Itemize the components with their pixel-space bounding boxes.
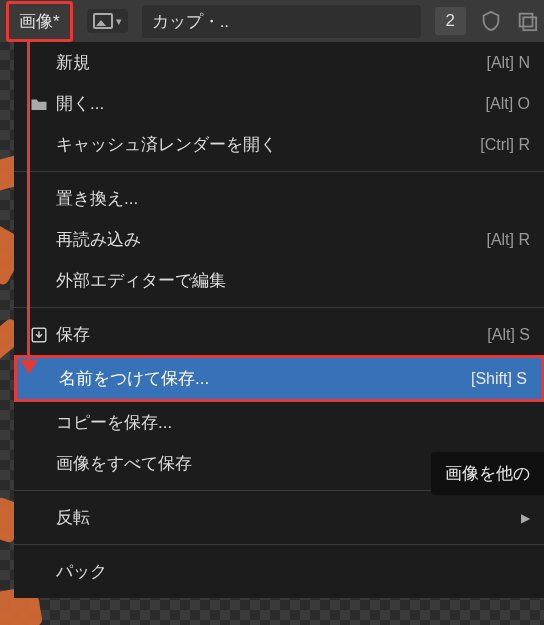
menu-label: 保存 xyxy=(54,323,487,346)
svg-rect-1 xyxy=(523,17,536,30)
menu-item-edit-external[interactable]: 外部エディターで編集 xyxy=(14,260,544,301)
menu-shortcut: [Alt] S xyxy=(487,326,530,344)
menu-item-open[interactable]: 開く... [Alt] O xyxy=(14,83,544,124)
user-count-badge: 2 xyxy=(435,7,466,35)
menu-shortcut: [Shift] S xyxy=(471,370,527,388)
shield-icon[interactable] xyxy=(480,10,502,32)
menu-label: 新規 xyxy=(54,51,486,74)
menu-item-reload[interactable]: 再読み込み [Alt] R xyxy=(14,219,544,260)
menu-shortcut: [Alt] R xyxy=(486,231,530,249)
menu-label: 置き換え... xyxy=(54,187,530,210)
highlight-save-as: 名前をつけて保存... [Shift] S xyxy=(14,355,544,402)
menu-separator xyxy=(14,307,544,308)
menu-label: 反転 xyxy=(54,506,511,529)
menu-shortcut: [Ctrl] R xyxy=(480,136,530,154)
menu-shortcut: [Alt] O xyxy=(486,95,530,113)
menu-separator xyxy=(14,544,544,545)
image-name-field[interactable]: カップ・.. xyxy=(142,5,421,38)
menu-label: 再読み込み xyxy=(54,228,486,251)
image-type-dropdown[interactable]: ▾ xyxy=(87,9,128,33)
menu-item-open-cached[interactable]: キャッシュ済レンダーを開く [Ctrl] R xyxy=(14,124,544,165)
new-image-icon[interactable] xyxy=(516,10,538,32)
menu-shortcut: [Alt] N xyxy=(486,54,530,72)
submenu-caret-icon: ▶ xyxy=(521,511,530,525)
menu-label: 名前をつけて保存... xyxy=(57,367,471,390)
menu-label: 開く... xyxy=(54,92,486,115)
chevron-down-icon: ▾ xyxy=(116,15,122,28)
annotation-arrow-head xyxy=(20,360,38,374)
annotation-arrow-line xyxy=(27,42,30,368)
menu-item-pack[interactable]: パック xyxy=(14,551,544,592)
menu-label: パック xyxy=(54,560,530,583)
menu-label: キャッシュ済レンダーを開く xyxy=(54,133,480,156)
menu-item-invert[interactable]: 反転 ▶ xyxy=(14,497,544,538)
image-dropdown-menu: 新規 [Alt] N 開く... [Alt] O キャッシュ済レンダーを開く [… xyxy=(14,42,544,598)
menu-item-save-copy[interactable]: コピーを保存... xyxy=(14,402,544,443)
menu-item-replace[interactable]: 置き換え... xyxy=(14,178,544,219)
menu-separator xyxy=(14,171,544,172)
menu-label: コピーを保存... xyxy=(54,411,530,434)
image-menu-button[interactable]: 画像* xyxy=(6,1,73,42)
svg-rect-0 xyxy=(520,14,533,27)
menu-item-save[interactable]: 保存 [Alt] S xyxy=(14,314,544,355)
image-icon xyxy=(93,13,113,29)
tooltip: 画像を他の xyxy=(431,452,544,495)
menu-item-new[interactable]: 新規 [Alt] N xyxy=(14,42,544,83)
top-toolbar: 画像* ▾ カップ・.. 2 xyxy=(0,0,544,42)
menu-label: 外部エディターで編集 xyxy=(54,269,530,292)
menu-item-save-as[interactable]: 名前をつけて保存... [Shift] S xyxy=(17,358,541,399)
